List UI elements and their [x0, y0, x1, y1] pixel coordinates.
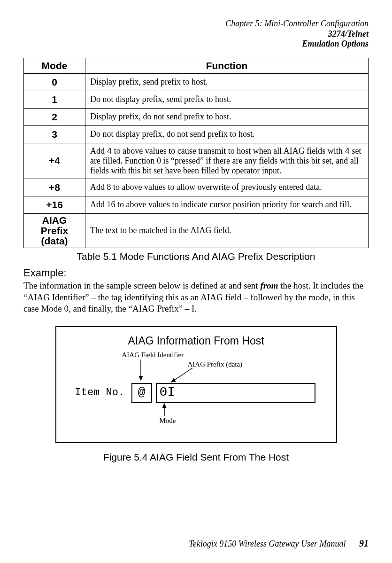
function-cell: Display prefix, send prefix to host. — [85, 73, 369, 91]
item-number-label: Item No. — [75, 387, 125, 399]
function-cell: The text to be matched in the AIAG field… — [85, 213, 369, 248]
function-cell: Do not display prefix, do not send prefi… — [85, 125, 369, 143]
header-section: 3274/Telnet — [23, 29, 369, 39]
page-header: Chapter 5: Mini-Controller Configuration… — [23, 19, 369, 49]
footer-text: Teklogix 9150 Wireless Gateway User Manu… — [189, 539, 346, 548]
label-aiag-prefix: AIAG Prefix (data) — [188, 360, 243, 368]
example-paragraph: The information in the sample screen bel… — [23, 280, 369, 315]
table-row: +16 Add 16 to above values to indicate c… — [24, 196, 369, 213]
table-row: 1 Do not display prefix, send prefix to … — [24, 91, 369, 108]
label-mode: Mode — [160, 417, 176, 425]
mode-function-table: Mode Function 0 Display prefix, send pre… — [23, 58, 369, 248]
arrow-prefix — [171, 368, 192, 382]
figure-box: AIAG Information From Host AIAG Field Id… — [55, 326, 337, 443]
col-header-function: Function — [85, 58, 369, 73]
table-row: +4 Add 4 to above values to cause transm… — [24, 143, 369, 179]
header-chapter: Chapter 5: Mini-Controller Configuration — [23, 19, 369, 29]
func-text: Add — [90, 146, 107, 156]
function-cell: Add 16 to above values to indicate curso… — [85, 196, 369, 213]
table-row: AIAG Prefix (data) The text to be matche… — [24, 213, 369, 248]
mode-cell: +4 — [24, 143, 85, 179]
function-cell: Add 4 to above values to cause transmit … — [85, 143, 369, 179]
para-emphasis: from — [260, 281, 278, 290]
mode-cell-line1: AIAG Prefix — [41, 215, 68, 236]
function-cell: Add 8 to above values to allow overwrite… — [85, 179, 369, 196]
func-mono: 4 — [345, 147, 350, 156]
table-row: +8 Add 8 to above values to allow overwr… — [24, 179, 369, 196]
page-number: 91 — [359, 538, 369, 548]
mode-cell-line2: (data) — [41, 235, 68, 246]
mode-cell: 0 — [24, 73, 85, 91]
aiag-field-box: 0I — [156, 383, 315, 403]
function-cell: Display prefix, do not send prefix to ho… — [85, 108, 369, 125]
col-header-mode: Mode — [24, 58, 85, 73]
table-row: 0 Display prefix, send prefix to host. — [24, 73, 369, 91]
mode-cell: 1 — [24, 91, 85, 108]
mode-cell: 3 — [24, 125, 85, 143]
diagram: AIAG Field Identifier AIAG Prefix (data)… — [66, 351, 327, 426]
func-mono: 4 — [107, 147, 112, 156]
label-field-identifier: AIAG Field Identifier — [122, 351, 184, 359]
page-footer: Teklogix 9150 Wireless Gateway User Manu… — [189, 538, 369, 549]
mode-cell: +8 — [24, 179, 85, 196]
mode-cell: 2 — [24, 108, 85, 125]
func-text: to above values to cause transmit to hos… — [112, 146, 345, 156]
aiag-identifier-box: @ — [131, 383, 152, 403]
table-row: 2 Display prefix, do not send prefix to … — [24, 108, 369, 125]
figure-title: AIAG Information From Host — [66, 335, 327, 347]
table-header-row: Mode Function — [24, 58, 369, 73]
table-row: 3 Do not display prefix, do not send pre… — [24, 125, 369, 143]
example-label: Example: — [23, 267, 369, 279]
mode-cell: +16 — [24, 196, 85, 213]
para-segment: The information in the sample screen bel… — [23, 281, 260, 290]
function-cell: Do not display prefix, send prefix to ho… — [85, 91, 369, 108]
header-subsection: Emulation Options — [23, 39, 369, 49]
table-caption: Table 5.1 Mode Functions And AIAG Prefix… — [23, 251, 369, 262]
mode-cell: AIAG Prefix (data) — [24, 213, 85, 248]
figure-caption: Figure 5.4 AIAG Field Sent From The Host — [23, 452, 369, 463]
